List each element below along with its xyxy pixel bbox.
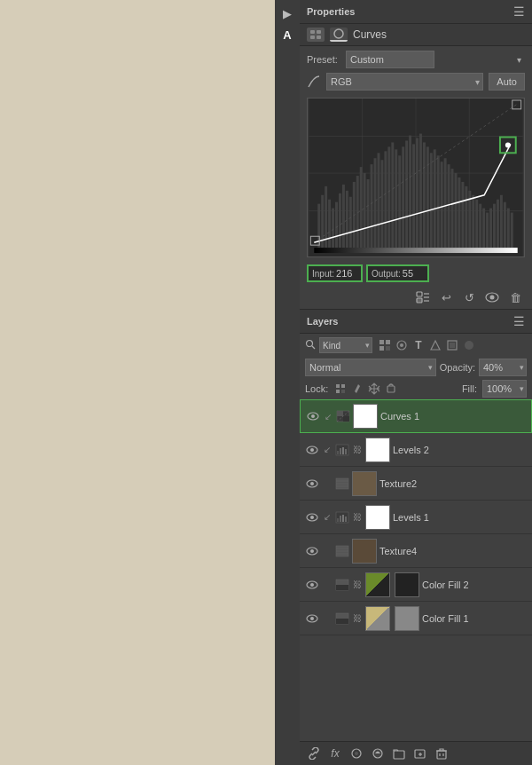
- opacity-label: Opacity:: [440, 362, 475, 373]
- layer-visibility-icon[interactable]: [305, 578, 319, 592]
- layer-row[interactable]: ↙ ⛓ Levels 1: [300, 501, 532, 534]
- pixel-filter-icon[interactable]: [378, 338, 392, 352]
- layer-visibility-icon[interactable]: [305, 510, 319, 524]
- opacity-input-wrapper: 40% 100% 50%: [479, 359, 527, 376]
- svg-rect-14: [346, 191, 348, 248]
- svg-rect-47: [461, 182, 464, 248]
- svg-rect-118: [337, 518, 339, 522]
- right-panel: Properties ☰ Curves Preset: Custom Defau…: [300, 0, 532, 765]
- properties-tab-row: Curves: [300, 24, 532, 46]
- curves-tab-icon[interactable]: [330, 28, 348, 42]
- smart-filter-icon[interactable]: [445, 338, 459, 352]
- layer-visibility-icon[interactable]: [306, 409, 320, 423]
- channel-row: RGB Red Green Blue Auto: [300, 73, 532, 94]
- add-mask-icon[interactable]: [348, 745, 365, 762]
- properties-header: Properties ☰: [300, 0, 532, 24]
- svg-rect-91: [336, 384, 340, 388]
- svg-rect-61: [511, 213, 513, 248]
- svg-rect-108: [345, 449, 347, 454]
- visibility-icon[interactable]: [482, 288, 502, 307]
- clip-to-layer-icon[interactable]: [413, 288, 433, 307]
- svg-rect-15: [349, 197, 352, 248]
- lock-paint-icon[interactable]: [350, 382, 364, 396]
- layer-row[interactable]: ↙ ⛓ Levels 2: [300, 433, 532, 467]
- svg-rect-18: [360, 167, 363, 248]
- svg-point-80: [490, 296, 495, 300]
- layer-thumbnail: [365, 505, 390, 530]
- chain-icon[interactable]: ⛓: [352, 578, 363, 592]
- layer-row[interactable]: ⛓ Color Fill 1: [300, 602, 532, 635]
- new-group-icon[interactable]: [390, 745, 408, 762]
- opacity-input[interactable]: 40% 100% 50%: [479, 359, 527, 376]
- auto-button[interactable]: Auto: [489, 73, 525, 91]
- play-tool[interactable]: ▶: [278, 4, 297, 23]
- curves-graph-area[interactable]: [307, 98, 525, 257]
- layer-visibility-icon[interactable]: [305, 477, 319, 491]
- delete-icon[interactable]: 🗑: [505, 288, 525, 307]
- new-adjustment-icon[interactable]: [369, 745, 387, 762]
- svg-rect-140: [394, 751, 404, 759]
- adjust-filter-icon[interactable]: [395, 338, 409, 352]
- chain-icon[interactable]: ⛓: [352, 443, 363, 457]
- chain-icon[interactable]: ⛓: [352, 611, 363, 626]
- svg-point-129: [310, 583, 314, 587]
- link-layers-icon[interactable]: [305, 745, 323, 762]
- svg-rect-36: [423, 142, 426, 248]
- lock-pixels-icon[interactable]: [333, 382, 348, 396]
- svg-rect-120: [342, 515, 344, 522]
- previous-state-icon[interactable]: ↩: [436, 288, 456, 307]
- layers-list: ↙ Curves 1 ↙: [300, 399, 532, 741]
- adjustment-icon[interactable]: [307, 28, 325, 42]
- link-icon[interactable]: ↙: [322, 510, 332, 524]
- kind-select[interactable]: Kind Name Effect Mode: [319, 337, 372, 353]
- layer-visibility-icon[interactable]: [305, 443, 319, 457]
- svg-rect-43: [448, 164, 450, 248]
- link-icon[interactable]: ↙: [323, 409, 333, 423]
- output-value: 55: [403, 268, 424, 279]
- layer-visibility-icon[interactable]: [305, 611, 319, 626]
- svg-rect-37: [426, 146, 429, 248]
- fx-icon[interactable]: fx: [326, 745, 344, 762]
- search-icon[interactable]: [305, 339, 316, 352]
- layer-row[interactable]: Texture4: [300, 534, 532, 568]
- blend-mode-select[interactable]: Normal Multiply Screen Overlay: [305, 359, 436, 376]
- levels-type-icon: [335, 510, 349, 524]
- layer-row[interactable]: ⛓ Color Fill 2: [300, 568, 532, 602]
- layer-row[interactable]: ↙ Curves 1: [300, 399, 532, 433]
- channel-select[interactable]: RGB Red Green Blue: [326, 73, 483, 91]
- type-tool[interactable]: A: [278, 25, 297, 44]
- fill-input[interactable]: 100% 50% 75%: [482, 380, 527, 398]
- curves-tab-label[interactable]: Curves: [353, 28, 387, 41]
- link-icon[interactable]: ↙: [322, 443, 332, 457]
- type-filter-icon[interactable]: T: [411, 338, 426, 352]
- svg-rect-28: [395, 149, 397, 248]
- svg-rect-22: [374, 158, 377, 248]
- svg-rect-92: [341, 384, 345, 388]
- svg-rect-53: [482, 209, 485, 248]
- new-layer-icon[interactable]: [411, 745, 429, 762]
- svg-rect-90: [450, 343, 455, 348]
- channel-select-wrapper: RGB Red Green Blue: [326, 73, 483, 91]
- properties-menu-icon[interactable]: ☰: [513, 4, 525, 19]
- svg-point-81: [307, 340, 313, 346]
- svg-rect-2: [310, 35, 315, 39]
- lock-artboard-icon[interactable]: [384, 382, 398, 396]
- reset-icon[interactable]: ↺: [459, 288, 479, 307]
- svg-rect-52: [479, 204, 481, 248]
- svg-rect-85: [379, 346, 384, 351]
- texture-type-icon: [335, 544, 349, 558]
- lock-move-icon[interactable]: [367, 382, 381, 396]
- svg-rect-60: [507, 209, 510, 248]
- input-output-row: Input: 216 Output: 55: [300, 261, 532, 286]
- layers-menu-icon[interactable]: ☰: [513, 314, 525, 328]
- chain-icon[interactable]: ⛓: [352, 510, 363, 524]
- delete-layer-icon[interactable]: [433, 745, 450, 762]
- svg-rect-56: [493, 204, 496, 248]
- preset-select[interactable]: Custom Default Strong Contrast Lighter D…: [346, 51, 434, 68]
- svg-rect-119: [340, 516, 341, 522]
- layer-visibility-icon[interactable]: [305, 544, 319, 558]
- fill-input-wrapper: 100% 50% 75%: [482, 380, 527, 398]
- layer-row[interactable]: Texture2: [300, 467, 532, 501]
- shape-filter-icon[interactable]: [428, 338, 442, 352]
- lock-label: Lock:: [305, 383, 328, 394]
